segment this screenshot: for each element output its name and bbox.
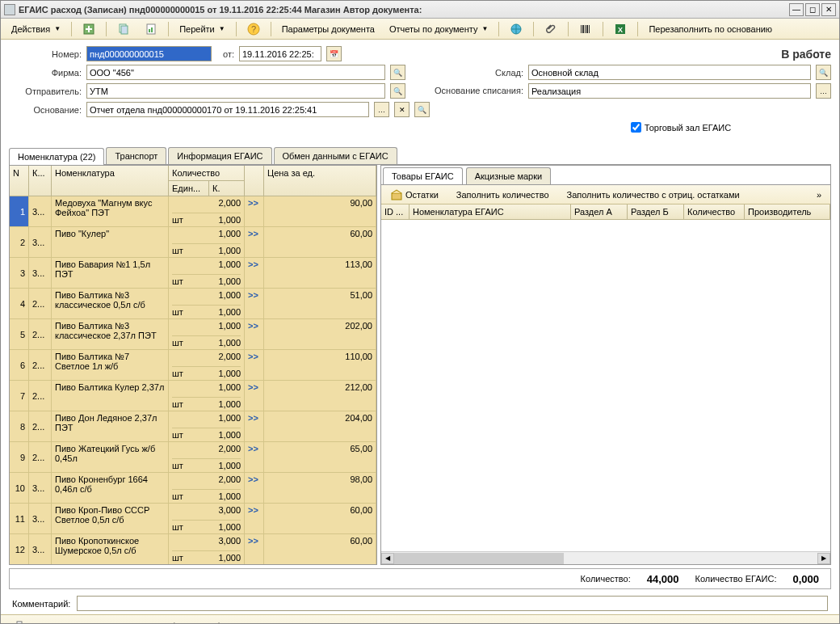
check-egais-button[interactable]: Проверить ответ ЕГАИС	[634, 618, 749, 625]
table-row[interactable]: 52...Пиво Балтика №3 классическое 2,37л …	[10, 319, 376, 350]
report-icon[interactable]	[139, 21, 163, 37]
arrow-icon[interactable]: >>	[248, 198, 260, 208]
arrow-icon[interactable]: >>	[248, 321, 260, 331]
col-k[interactable]: К.	[209, 181, 245, 196]
arrow-icon[interactable]: >>	[248, 413, 260, 423]
col-price[interactable]: Цена за ед.	[264, 166, 376, 196]
close-button[interactable]: ✕	[821, 3, 836, 16]
rcol-rb[interactable]: Раздел Б	[628, 204, 684, 219]
table-row[interactable]: 13...Медовуха "Магнум вкус Фейхоа" ПЭТ2,…	[10, 196, 376, 227]
attach-icon[interactable]	[539, 21, 563, 37]
right-grid-body[interactable]	[381, 220, 830, 551]
table-row[interactable]: 42...Пиво Балтика №3 классическое 0,5л с…	[10, 289, 376, 319]
actions-menu[interactable]: Действия▼	[6, 21, 66, 37]
rcol-qty[interactable]: Количество	[684, 204, 745, 219]
titlebar: ЕГАИС расход (Записан) пнд000000000015 о…	[1, 1, 839, 19]
sender-lookup-icon[interactable]: 🔍	[390, 83, 405, 99]
arrow-icon[interactable]: >>	[248, 444, 260, 453]
col-nom[interactable]: Номенклатура	[52, 166, 169, 196]
arrow-icon[interactable]: >>	[248, 505, 260, 515]
date-field[interactable]	[239, 46, 321, 61]
table-row[interactable]: 113...Пиво Кроп-Пиво СССР Светлое 0,5л с…	[10, 504, 376, 534]
tab-egais-exchange[interactable]: Обмен данными с ЕГАИС	[274, 147, 397, 164]
wh-lookup-icon[interactable]: 🔍	[816, 65, 831, 80]
add-icon[interactable]	[77, 21, 101, 37]
col-unit[interactable]: Един...	[169, 181, 209, 196]
table-row[interactable]: 123...Пиво Кропоткинское Шумерское 0,5л …	[10, 534, 376, 564]
copy-icon[interactable]	[111, 21, 136, 37]
tab-egais-info[interactable]: Информация ЕГАИС	[168, 147, 271, 164]
table-row[interactable]: 23...Пиво "Кулер"1,000шт1,000>>60,00	[10, 227, 376, 258]
col-n[interactable]: N	[10, 166, 29, 196]
number-label: Номер:	[9, 49, 82, 59]
basis-lookup-icon[interactable]: 🔍	[414, 102, 430, 117]
svg-rect-18	[17, 622, 22, 625]
arrow-icon[interactable]: >>	[248, 536, 260, 546]
tz-checkbox-input[interactable]	[631, 122, 641, 133]
firm-lookup-icon[interactable]: 🔍	[390, 65, 405, 80]
ok-button[interactable]: OK	[758, 618, 787, 625]
right-scroll[interactable]: ◀ ▶	[381, 551, 830, 564]
print-button[interactable]: Печать▼	[6, 618, 75, 625]
rcol-ra[interactable]: Раздел А	[571, 204, 628, 219]
tab-egais-goods[interactable]: Товары ЕГАИС	[383, 167, 463, 184]
basis-field[interactable]	[86, 102, 369, 117]
tab-excise[interactable]: Акцизные марки	[466, 167, 552, 184]
save-button[interactable]: Записать	[796, 618, 840, 625]
rcol-nom[interactable]: Номенклатура ЕГАИС	[410, 204, 571, 219]
table-row[interactable]: 92...Пиво Жатецкий Гусь ж/б 0,45л2,000шт…	[10, 442, 376, 473]
arrow-icon[interactable]: >>	[248, 352, 260, 361]
left-grid: N К... Номенклатура Количество Един...К.…	[9, 165, 377, 565]
table-row[interactable]: 33...Пиво Бавария №1 1,5л ПЭТ1,000шт1,00…	[10, 258, 376, 289]
table-row[interactable]: 82...Пиво Дон Ледяное 2,37л ПЭТ1,000шт1,…	[10, 411, 376, 442]
arrow-icon[interactable]: >>	[248, 290, 260, 300]
col-qty[interactable]: Количество	[169, 166, 245, 181]
goto-menu[interactable]: Перейти▼	[174, 21, 231, 37]
req-nom-button[interactable]: Запросить номенклатуру в ЕГАИС	[258, 618, 414, 625]
basis-sel-icon[interactable]: …	[374, 102, 389, 117]
grid-body[interactable]: 13...Медовуха "Магнум вкус Фейхоа" ПЭТ2,…	[10, 196, 376, 564]
refill-button[interactable]: Перезаполнить по основанию	[643, 21, 778, 37]
scroll-right-icon[interactable]: ▶	[817, 553, 830, 564]
wh-field[interactable]	[528, 65, 811, 80]
arrow-icon[interactable]: >>	[248, 259, 260, 269]
more-icon[interactable]: »	[811, 187, 827, 203]
req-version-button[interactable]: Запросить версию формата обмена	[85, 618, 248, 625]
col-code[interactable]: К...	[29, 166, 52, 196]
table-row[interactable]: 62...Пиво Балтика №7 Светлое 1л ж/б2,000…	[10, 350, 376, 381]
svg-rect-9	[581, 25, 582, 33]
table-row[interactable]: 72...Пиво Балтика Кулер 2,37л1,000шт1,00…	[10, 381, 376, 411]
calendar-icon[interactable]: 📅	[326, 46, 342, 61]
tab-transport[interactable]: Транспорт	[106, 147, 166, 164]
send-egais-button[interactable]: Отправить в ЕГАИС	[527, 618, 624, 625]
number-field[interactable]	[86, 46, 212, 61]
fill-qty-button[interactable]: Заполнить количество	[451, 187, 555, 203]
scroll-left-icon[interactable]: ◀	[381, 553, 394, 564]
rcol-prod[interactable]: Производитель	[745, 204, 830, 219]
balance-button[interactable]: Остатки	[384, 187, 444, 203]
firm-field[interactable]	[86, 65, 385, 80]
tz-checkbox[interactable]: Торговый зал ЕГАИС	[631, 122, 731, 133]
maximize-button[interactable]: ◻	[805, 3, 820, 16]
excel-icon[interactable]: X	[608, 21, 632, 37]
comment-field[interactable]	[77, 596, 828, 611]
reason-lookup-icon[interactable]: …	[816, 83, 831, 99]
fill-neg-button[interactable]: Заполнить количество с отриц. остатками	[561, 187, 746, 203]
cancel-egais-button[interactable]: Отменить в ЕГАИС	[424, 618, 518, 625]
arrow-icon[interactable]: >>	[248, 474, 260, 484]
reason-basis-field[interactable]	[528, 83, 811, 99]
table-row[interactable]: 103...Пиво Кроненбург 1664 0,46л с/б2,00…	[10, 473, 376, 504]
basis-clear-icon[interactable]: ✕	[394, 102, 410, 117]
rcol-id[interactable]: ID ...	[381, 204, 410, 219]
reports-menu[interactable]: Отчеты по документу▼	[384, 21, 494, 37]
arrow-icon[interactable]: >>	[248, 382, 260, 392]
globe-icon[interactable]	[504, 21, 528, 37]
barcode-icon[interactable]	[573, 21, 598, 37]
arrow-icon[interactable]: >>	[248, 229, 260, 238]
sender-field[interactable]	[86, 83, 385, 99]
minimize-button[interactable]: —	[789, 3, 804, 16]
tab-nomenclature[interactable]: Номенклатура (22)	[9, 148, 104, 165]
qty-value: 44,000	[647, 573, 679, 585]
help-icon[interactable]: ?	[242, 21, 266, 37]
params-button[interactable]: Параметры документа	[276, 21, 380, 37]
